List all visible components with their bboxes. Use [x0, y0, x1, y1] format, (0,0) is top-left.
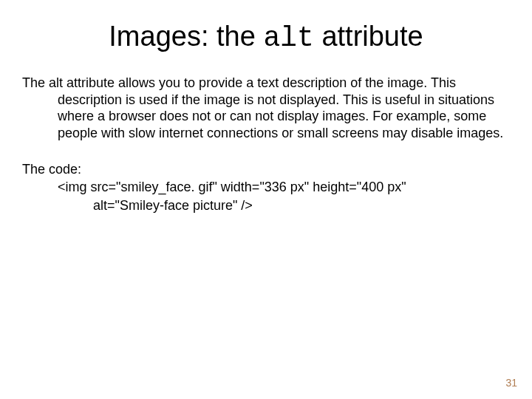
code-lead: The code:: [22, 160, 510, 178]
code-example: The code: <img src="smiley_face. gif" wi…: [22, 160, 510, 214]
title-suffix: attribute: [314, 21, 423, 52]
code-line-1: <img src="smiley_face. gif" width="336 p…: [22, 178, 510, 196]
description-paragraph: The alt attribute allows you to provide …: [22, 75, 510, 141]
slide-title: Images: the alt attribute: [22, 21, 510, 54]
page-number: 31: [505, 377, 517, 389]
title-prefix: Images: the: [109, 21, 263, 52]
title-code: alt: [263, 22, 313, 54]
code-line-2: alt="Smiley-face picture" />: [22, 197, 510, 214]
paragraph-line-rest: description is used if the image is not …: [22, 92, 510, 142]
paragraph-line-first: The alt attribute allows you to provide …: [22, 75, 510, 92]
